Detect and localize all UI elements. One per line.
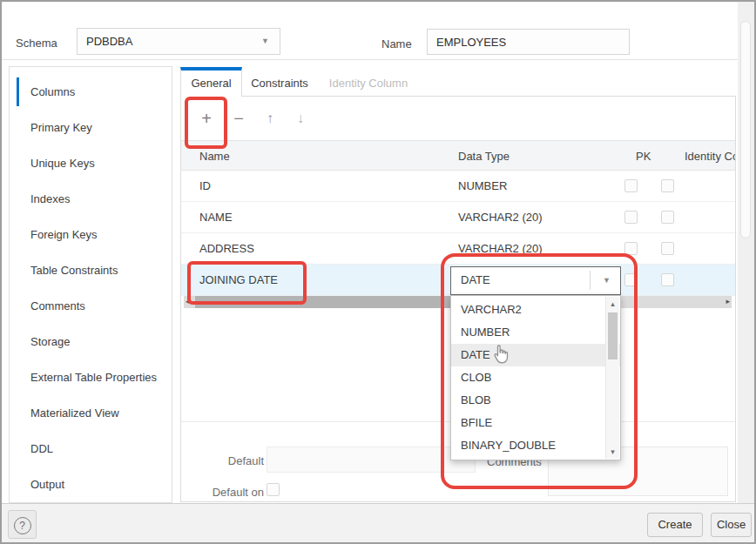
- sidebar-item-storage[interactable]: Storage: [10, 324, 172, 359]
- help-icon: ?: [14, 517, 31, 534]
- default-label: Default: [199, 454, 264, 467]
- data-type-select-value: DATE: [461, 267, 490, 293]
- data-type-select[interactable]: DATE ▼: [450, 266, 621, 295]
- data-type-cell[interactable]: NUMBER: [458, 171, 507, 202]
- scroll-left-icon[interactable]: ◂: [186, 297, 190, 306]
- table-row[interactable]: ADDRESS VARCHAR2 (20): [181, 233, 735, 265]
- grid-header-pk: PK: [636, 141, 651, 171]
- dropdown-option-bfile[interactable]: BFILE: [451, 412, 620, 434]
- topbar-divider: [2, 59, 754, 60]
- active-indicator-bar: [17, 77, 19, 106]
- dropdown-option-blob[interactable]: BLOB: [451, 389, 620, 412]
- tab-identity-column: Identity Column: [321, 71, 416, 97]
- scroll-down-icon[interactable]: ▾: [606, 447, 619, 456]
- grid-header-name: Name: [199, 141, 230, 171]
- dropdown-option-binary-double[interactable]: BINARY_DOUBLE: [451, 434, 620, 457]
- scroll-right-icon[interactable]: ▸: [726, 297, 730, 306]
- pk-checkbox[interactable]: [624, 179, 638, 192]
- sidebar: Columns Primary Key Unique Keys Indexes …: [9, 66, 172, 503]
- close-button[interactable]: Close: [711, 513, 752, 537]
- column-name-cell[interactable]: ADDRESS: [199, 233, 254, 265]
- sidebar-item-unique-keys[interactable]: Unique Keys: [10, 145, 172, 181]
- chevron-down-icon[interactable]: ▼: [603, 276, 611, 285]
- help-button[interactable]: ?: [8, 510, 37, 539]
- dropdown-option-clob[interactable]: CLOB: [451, 366, 620, 389]
- sidebar-item-primary-key[interactable]: Primary Key: [10, 110, 172, 145]
- dropdown-option-date[interactable]: DATE: [451, 344, 620, 366]
- tab-general[interactable]: General: [180, 67, 242, 97]
- grid-header-identity-column: Identity Colu: [685, 141, 736, 171]
- vertical-scrollbar-thumb[interactable]: [740, 21, 751, 238]
- grid-header-row: Name Data Type PK Identity Colu: [181, 140, 735, 171]
- move-up-button[interactable]: ↑: [260, 107, 280, 130]
- column-name-cell[interactable]: ID: [199, 171, 211, 202]
- data-type-dropdown-list: VARCHAR2 NUMBER DATE CLOB BLOB BFILE BIN…: [450, 295, 621, 460]
- pk-checkbox[interactable]: [624, 273, 638, 286]
- sidebar-item-materialized-view[interactable]: Materialized View: [10, 395, 172, 431]
- dropdown-option-number[interactable]: NUMBER: [451, 321, 620, 344]
- sidebar-item-indexes[interactable]: Indexes: [10, 181, 172, 217]
- move-down-button[interactable]: ↓: [290, 107, 311, 130]
- schema-select-value: PDBDBA: [86, 35, 132, 48]
- grid-header-data-type: Data Type: [458, 141, 510, 171]
- data-type-cell[interactable]: VARCHAR2 (20): [458, 202, 543, 233]
- create-button[interactable]: Create: [647, 513, 703, 537]
- table-name-label: Name: [381, 37, 412, 50]
- data-type-cell[interactable]: VARCHAR2 (20): [458, 233, 543, 265]
- vertical-scrollbar[interactable]: [738, 2, 754, 503]
- column-name-cell[interactable]: NAME: [199, 202, 233, 233]
- add-column-button[interactable]: +: [196, 107, 217, 130]
- select-divider: [590, 271, 591, 290]
- remove-column-button[interactable]: −: [228, 107, 249, 130]
- sidebar-item-table-constraints[interactable]: Table Constraints: [10, 252, 172, 288]
- dropdown-scrollbar[interactable]: ▴ ▾: [605, 297, 619, 459]
- table-row[interactable]: ID NUMBER: [181, 171, 735, 202]
- tab-constraints[interactable]: Constraints: [242, 71, 317, 97]
- sidebar-item-comments[interactable]: Comments: [10, 288, 172, 324]
- create-table-dialog: Schema PDBDBA ▼ Name Columns Primary Key…: [0, 0, 756, 544]
- sidebar-item-foreign-keys[interactable]: Foreign Keys: [10, 217, 172, 252]
- column-name-cell[interactable]: JOINING DATE: [199, 265, 278, 296]
- schema-select[interactable]: PDBDBA ▼: [77, 28, 280, 55]
- table-name-input[interactable]: [427, 29, 630, 55]
- identity-checkbox[interactable]: [661, 179, 674, 192]
- chevron-down-icon: ▼: [261, 29, 269, 54]
- default-input[interactable]: [267, 447, 476, 473]
- dropdown-option-varchar2[interactable]: VARCHAR2: [451, 299, 620, 321]
- schema-label: Schema: [16, 37, 57, 50]
- pk-checkbox[interactable]: [624, 242, 638, 255]
- identity-checkbox[interactable]: [661, 273, 674, 286]
- scroll-up-icon[interactable]: ▴: [606, 299, 619, 308]
- identity-checkbox[interactable]: [661, 242, 674, 255]
- sidebar-item-columns[interactable]: Columns: [10, 74, 172, 110]
- table-row[interactable]: NAME VARCHAR2 (20): [181, 202, 735, 233]
- identity-checkbox[interactable]: [661, 211, 674, 224]
- dialog-footer: ? Create Close: [2, 503, 754, 542]
- sidebar-item-external-table-properties[interactable]: External Table Properties: [10, 359, 172, 395]
- pk-checkbox[interactable]: [624, 211, 638, 224]
- dropdown-scrollbar-thumb[interactable]: [608, 312, 618, 359]
- default-on-label: Default on: [199, 486, 264, 499]
- default-on-checkbox[interactable]: [267, 483, 280, 496]
- sidebar-item-ddl[interactable]: DDL: [10, 431, 172, 467]
- sidebar-item-output[interactable]: Output: [10, 467, 172, 502]
